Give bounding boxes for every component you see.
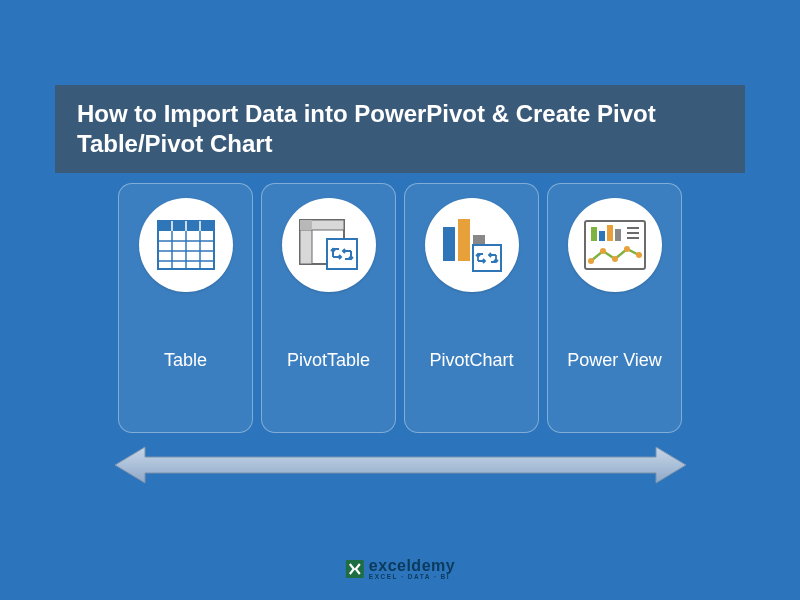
logo-main-text: exceldemy — [369, 558, 455, 574]
svg-rect-23 — [607, 225, 613, 241]
svg-point-31 — [624, 246, 630, 252]
svg-rect-17 — [458, 219, 470, 261]
card-row: Table PivotTable — [0, 183, 800, 433]
card-table: Table — [118, 183, 253, 433]
svg-rect-22 — [599, 231, 605, 241]
card-label: PivotChart — [423, 350, 519, 372]
table-icon — [139, 198, 233, 292]
svg-point-30 — [612, 256, 618, 262]
svg-rect-24 — [615, 229, 621, 241]
card-label: PivotTable — [281, 350, 376, 372]
spectrum-arrow — [0, 445, 800, 485]
svg-rect-16 — [443, 227, 455, 261]
svg-point-29 — [600, 248, 606, 254]
svg-rect-26 — [627, 232, 639, 234]
powerview-icon — [568, 198, 662, 292]
card-label: Power View — [561, 350, 668, 372]
card-pivottable: PivotTable — [261, 183, 396, 433]
svg-marker-33 — [115, 447, 686, 483]
card-label: Table — [158, 350, 213, 372]
card-pivotchart: PivotChart — [404, 183, 539, 433]
svg-rect-27 — [627, 237, 639, 239]
logo-icon — [345, 559, 365, 579]
svg-rect-14 — [300, 220, 312, 230]
page-title: How to Import Data into PowerPivot & Cre… — [55, 85, 745, 173]
pivotchart-icon — [425, 198, 519, 292]
svg-rect-25 — [627, 227, 639, 229]
svg-point-28 — [588, 258, 594, 264]
svg-point-32 — [636, 252, 642, 258]
card-powerview: Power View — [547, 183, 682, 433]
pivottable-icon — [282, 198, 376, 292]
svg-rect-21 — [591, 227, 597, 241]
svg-rect-15 — [327, 239, 357, 269]
logo-sub-text: EXCEL · DATA · BI — [369, 574, 455, 581]
brand-logo: exceldemy EXCEL · DATA · BI — [345, 558, 455, 581]
